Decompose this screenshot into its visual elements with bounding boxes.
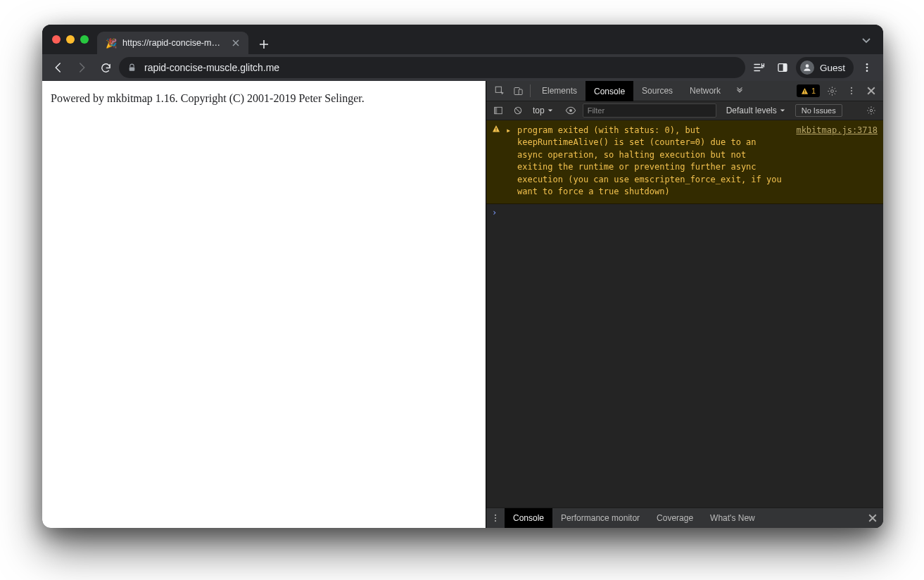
svg-point-3: [806, 64, 809, 68]
svg-rect-2: [783, 64, 787, 72]
svg-rect-0: [129, 67, 135, 70]
svg-rect-21: [496, 128, 497, 130]
live-expression-button[interactable]: [563, 103, 578, 118]
back-button[interactable]: [48, 57, 69, 78]
devtools-menu-button[interactable]: [844, 83, 859, 99]
device-toolbar-button[interactable]: [509, 81, 527, 101]
warning-icon: [492, 125, 502, 198]
no-issues-chip[interactable]: No Issues: [795, 104, 842, 117]
devtools-close-button[interactable]: [863, 83, 879, 99]
console-filter-input[interactable]: Filter: [583, 103, 716, 118]
svg-rect-17: [495, 107, 498, 113]
svg-rect-11: [804, 92, 805, 93]
warning-source-link[interactable]: mkbitmap.js:3718: [790, 125, 878, 198]
tab-title: https://rapid-concise-muscle.g: [122, 38, 224, 48]
expand-icon[interactable]: ▸: [506, 125, 513, 198]
avatar-icon: [800, 61, 814, 75]
context-selector[interactable]: top: [530, 106, 559, 115]
browser-window: 🎉 https://rapid-concise-muscle.g: [42, 25, 883, 528]
devtools-tabs-overflow-button[interactable]: [729, 86, 750, 96]
tab-strip: 🎉 https://rapid-concise-muscle.g: [42, 25, 883, 54]
warning-message-text: program exited (with status: 0), but kee…: [517, 125, 786, 198]
devtools-tab-elements[interactable]: Elements: [533, 81, 586, 101]
window-zoom-button[interactable]: [80, 35, 89, 44]
levels-label: Default levels: [726, 106, 777, 115]
filter-placeholder: Filter: [588, 106, 605, 115]
svg-point-20: [870, 109, 873, 112]
window-controls: [49, 25, 94, 54]
svg-rect-9: [519, 89, 522, 95]
svg-rect-10: [804, 90, 805, 92]
window-close-button[interactable]: [52, 35, 61, 44]
svg-point-25: [495, 520, 496, 522]
console-output[interactable]: ▸ program exited (with status: 0), but k…: [486, 120, 883, 508]
profile-chip[interactable]: Guest: [796, 57, 854, 78]
console-settings-button[interactable]: [863, 103, 879, 118]
devtools-tab-network[interactable]: Network: [681, 81, 729, 101]
tab-close-button[interactable]: [230, 37, 241, 49]
new-tab-button[interactable]: [254, 34, 274, 54]
browser-tab[interactable]: 🎉 https://rapid-concise-muscle.g: [97, 32, 248, 54]
svg-rect-22: [496, 130, 497, 131]
svg-point-12: [830, 89, 833, 92]
devtools-tab-sources[interactable]: Sources: [633, 81, 681, 101]
tab-favicon-icon: 🎉: [106, 37, 117, 49]
panel-toggle-button[interactable]: [772, 57, 793, 78]
svg-point-15: [851, 93, 852, 94]
svg-rect-7: [495, 87, 501, 92]
content-area: Powered by mkbitmap 1.16. Copyright (C) …: [42, 81, 883, 528]
devtools-drawer: Console Performance monitor Coverage Wha…: [486, 508, 883, 528]
inspect-element-button[interactable]: [491, 81, 509, 101]
forward-button[interactable]: [72, 57, 93, 78]
log-levels-selector[interactable]: Default levels: [721, 106, 791, 115]
page-text: Powered by mkbitmap 1.16. Copyright (C) …: [51, 92, 365, 104]
reload-button[interactable]: [95, 57, 116, 78]
console-prompt[interactable]: ›: [486, 204, 883, 222]
devtools-settings-button[interactable]: [824, 83, 840, 99]
devtools-panel: Elements Console Sources Network 1: [486, 81, 883, 528]
console-toolbar: top Filter Default levels No Issues: [486, 101, 883, 120]
svg-point-24: [495, 517, 496, 519]
drawer-tab-performance-monitor[interactable]: Performance monitor: [552, 508, 648, 529]
tab-search-button[interactable]: [856, 30, 876, 50]
devtools-tabbar: Elements Console Sources Network 1: [486, 81, 883, 101]
context-label: top: [533, 106, 545, 115]
svg-point-5: [866, 67, 868, 69]
issues-warning-chip[interactable]: 1: [797, 84, 820, 97]
drawer-tab-whats-new[interactable]: What's New: [702, 508, 764, 529]
drawer-close-button[interactable]: [868, 510, 883, 526]
svg-point-13: [851, 87, 852, 89]
lock-icon: [127, 63, 137, 72]
svg-point-4: [866, 63, 868, 65]
page-body: Powered by mkbitmap 1.16. Copyright (C) …: [42, 81, 486, 528]
console-warning-row[interactable]: ▸ program exited (with status: 0), but k…: [486, 120, 883, 204]
window-minimize-button[interactable]: [66, 35, 75, 44]
browser-menu-button[interactable]: [856, 57, 878, 78]
profile-label: Guest: [820, 63, 845, 73]
svg-point-6: [866, 70, 868, 72]
svg-point-19: [569, 109, 572, 112]
warning-count: 1: [811, 87, 816, 95]
svg-point-23: [495, 515, 496, 516]
devtools-tab-console[interactable]: Console: [586, 81, 633, 101]
drawer-tab-coverage[interactable]: Coverage: [648, 508, 702, 529]
clear-console-button[interactable]: [510, 103, 526, 118]
address-bar[interactable]: rapid-concise-muscle.glitch.me: [119, 57, 745, 78]
drawer-tab-console[interactable]: Console: [505, 508, 552, 529]
toolbar: rapid-concise-muscle.glitch.me Guest: [42, 54, 883, 81]
svg-point-14: [851, 90, 852, 92]
drawer-menu-button[interactable]: [486, 513, 505, 523]
reader-mode-button[interactable]: [748, 57, 769, 78]
url-text: rapid-concise-muscle.glitch.me: [144, 62, 279, 73]
console-sidebar-toggle-button[interactable]: [491, 103, 506, 118]
